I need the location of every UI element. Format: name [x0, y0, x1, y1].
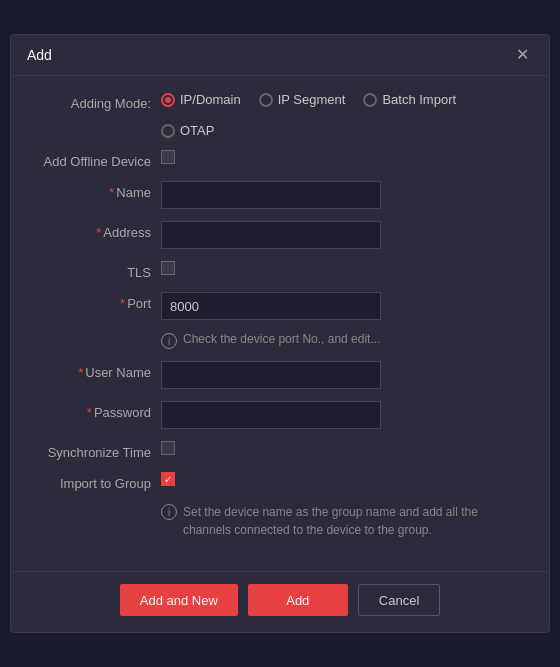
adding-mode-row: Adding Mode: IP/Domain IP Segment Batch … [31, 92, 529, 111]
cancel-button[interactable]: Cancel [358, 584, 440, 616]
close-button[interactable]: ✕ [512, 45, 533, 65]
port-content [161, 292, 529, 320]
import-group-info-text: Set the device name as the group name an… [183, 503, 529, 539]
sync-time-row: Synchronize Time [31, 441, 529, 460]
name-required-star: * [109, 185, 114, 200]
otap-row: OTAP [161, 123, 529, 138]
username-input[interactable] [161, 361, 381, 389]
sync-time-checkbox[interactable] [161, 441, 175, 455]
port-required-star: * [120, 296, 125, 311]
dialog-footer: Add and New Add Cancel [11, 571, 549, 632]
port-row: *Port [31, 292, 529, 320]
sync-time-content [161, 441, 529, 455]
import-group-label: Import to Group [31, 472, 161, 491]
port-info-row: i Check the device port No., and edit... [161, 332, 529, 349]
name-content [161, 181, 529, 209]
name-row: *Name [31, 181, 529, 209]
add-dialog: Add ✕ Adding Mode: IP/Domain IP Segment [10, 34, 550, 633]
radio-ip-domain-icon [161, 93, 175, 107]
password-label: *Password [31, 401, 161, 420]
radio-ip-segment-label: IP Segment [278, 92, 346, 107]
import-group-content [161, 472, 529, 486]
port-info-text: Check the device port No., and edit... [183, 332, 380, 346]
radio-ip-domain-label: IP/Domain [180, 92, 241, 107]
dialog-header: Add ✕ [11, 35, 549, 76]
sync-time-label: Synchronize Time [31, 441, 161, 460]
add-offline-label: Add Offline Device [31, 150, 161, 169]
import-group-info-icon: i [161, 504, 177, 520]
add-offline-row: Add Offline Device [31, 150, 529, 169]
username-label: *User Name [31, 361, 161, 380]
add-offline-content [161, 150, 529, 164]
tls-label: TLS [31, 261, 161, 280]
radio-ip-segment-icon [259, 93, 273, 107]
address-label: *Address [31, 221, 161, 240]
add-and-new-button[interactable]: Add and New [120, 584, 238, 616]
radio-otap-icon [161, 124, 175, 138]
address-required-star: * [96, 225, 101, 240]
import-group-row: Import to Group [31, 472, 529, 491]
port-info-icon: i [161, 333, 177, 349]
adding-mode-label: Adding Mode: [31, 92, 161, 111]
password-row: *Password [31, 401, 529, 429]
tls-row: TLS [31, 261, 529, 280]
password-content [161, 401, 529, 429]
tls-content [161, 261, 529, 275]
import-group-info: i Set the device name as the group name … [161, 503, 529, 539]
tls-checkbox[interactable] [161, 261, 175, 275]
password-input[interactable] [161, 401, 381, 429]
address-input[interactable] [161, 221, 381, 249]
add-button[interactable]: Add [248, 584, 348, 616]
address-row: *Address [31, 221, 529, 249]
import-group-checkbox[interactable] [161, 472, 175, 486]
name-label: *Name [31, 181, 161, 200]
radio-batch-import[interactable]: Batch Import [363, 92, 456, 107]
radio-batch-import-label: Batch Import [382, 92, 456, 107]
dialog-title: Add [27, 47, 52, 63]
add-offline-checkbox[interactable] [161, 150, 175, 164]
port-label: *Port [31, 292, 161, 311]
radio-ip-segment[interactable]: IP Segment [259, 92, 346, 107]
name-input[interactable] [161, 181, 381, 209]
radio-batch-import-icon [363, 93, 377, 107]
password-required-star: * [87, 405, 92, 420]
radio-otap[interactable]: OTAP [161, 123, 214, 138]
port-input[interactable] [161, 292, 381, 320]
adding-mode-options: IP/Domain IP Segment Batch Import [161, 92, 529, 107]
address-content [161, 221, 529, 249]
radio-ip-domain[interactable]: IP/Domain [161, 92, 241, 107]
dialog-body: Adding Mode: IP/Domain IP Segment Batch … [11, 76, 549, 571]
radio-otap-label: OTAP [180, 123, 214, 138]
username-row: *User Name [31, 361, 529, 389]
username-content [161, 361, 529, 389]
username-required-star: * [78, 365, 83, 380]
radio-group-line1: IP/Domain IP Segment Batch Import [161, 92, 456, 107]
